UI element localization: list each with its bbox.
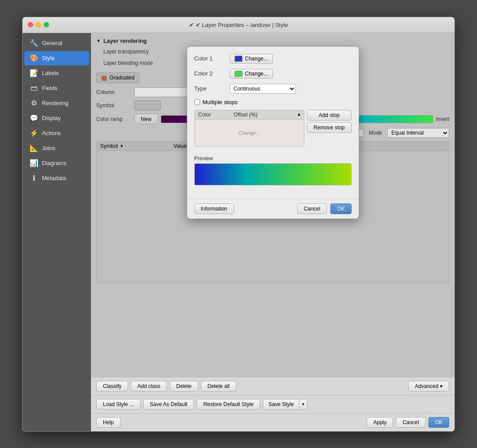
sidebar-item-actions[interactable]: ⚡ Actions — [24, 126, 89, 140]
title-icon: ✔ — [189, 22, 194, 28]
dialog-footer: Information Cancel OK — [187, 199, 359, 218]
joins-icon: 📐 — [30, 144, 38, 153]
cancel-button[interactable]: Cancel — [396, 417, 425, 428]
advanced-button[interactable]: Advanced ▾ — [408, 381, 449, 392]
sidebar-item-fields[interactable]: 🗃 Fields — [24, 81, 89, 95]
save-style-group: Save Style ▾ — [263, 399, 307, 410]
bottom-toolbar: Classify Add class Delete Delete all Adv… — [91, 377, 454, 395]
ok-bar: Help Apply Cancel OK — [91, 413, 454, 431]
color2-swatch — [235, 71, 242, 77]
stops-table-header: Color Offset (%) ▲ — [195, 110, 304, 120]
wrench-icon: 🔧 — [30, 39, 38, 48]
color-ramp-dialog: Color 1 Change... Color 2 — [187, 46, 359, 219]
right-panel: ▼ Layer rendering Layer transparency Lay… — [91, 33, 454, 431]
apply-button[interactable]: Apply — [367, 417, 393, 428]
add-class-button[interactable]: Add class — [131, 381, 167, 392]
sidebar-item-rendering[interactable]: ⚙ Rendering — [24, 96, 89, 110]
sidebar-item-metadata[interactable]: ℹ Metadata — [24, 171, 89, 185]
close-button[interactable] — [28, 22, 33, 27]
window-title: ✔ ✔ Layer Properties – landuse | Style — [189, 22, 288, 28]
color1-label: Color 1 — [194, 55, 225, 62]
color2-button[interactable]: Change... — [230, 69, 273, 79]
delete-button[interactable]: Delete — [170, 381, 198, 392]
main-content: 🔧 General 🎨 Style 📝 Labels 🗃 Fields ⚙ Re… — [23, 33, 454, 431]
style-bar: Load Style ... Save As Default Restore D… — [91, 395, 454, 413]
color2-label: Color 2 — [194, 70, 225, 77]
fields-icon: 🗃 — [30, 84, 38, 93]
stops-buttons: Add stop Remove stop — [307, 110, 352, 151]
dialog-body: Color 1 Change... Color 2 — [187, 47, 359, 199]
stops-area: Color Offset (%) ▲ Change... — [194, 110, 352, 151]
dialog-overlay: Color 1 Change... Color 2 — [91, 33, 454, 377]
help-button[interactable]: Help — [96, 417, 121, 428]
sidebar-item-diagrams[interactable]: 📊 Diagrams — [24, 156, 89, 170]
ok-button[interactable]: OK — [428, 417, 449, 428]
type-row: Type Continuous Discrete Random — [194, 84, 352, 94]
style-icon: 🎨 — [30, 54, 38, 63]
actions-icon: ⚡ — [30, 129, 38, 138]
dialog-ok-button[interactable]: OK — [330, 203, 351, 214]
sidebar-item-general[interactable]: 🔧 General — [24, 36, 89, 50]
diagrams-icon: 📊 — [30, 159, 38, 168]
color1-row: Color 1 Change... — [194, 54, 352, 64]
preview-gradient — [194, 163, 352, 185]
display-icon: 💬 — [30, 114, 38, 123]
multiple-stops-row: Multiple stops — [194, 99, 352, 105]
traffic-lights — [28, 22, 49, 27]
minimize-button[interactable] — [36, 22, 41, 27]
remove-stop-button[interactable]: Remove stop — [307, 122, 352, 133]
stops-table-container: Color Offset (%) ▲ Change... — [194, 110, 304, 147]
color2-row: Color 2 Change... — [194, 69, 352, 79]
panel-body: ▼ Layer rendering Layer transparency Lay… — [91, 33, 454, 377]
sidebar-item-display[interactable]: 💬 Display — [24, 111, 89, 125]
save-style-arrow-button[interactable]: ▾ — [299, 399, 307, 409]
classify-button[interactable]: Classify — [96, 381, 128, 392]
save-default-button[interactable]: Save As Default — [143, 399, 194, 410]
dialog-cancel-button[interactable]: Cancel — [297, 203, 327, 214]
type-select[interactable]: Continuous Discrete Random — [230, 84, 296, 94]
information-button[interactable]: Information — [194, 203, 234, 214]
load-style-button[interactable]: Load Style ... — [96, 399, 140, 410]
maximize-button[interactable] — [44, 22, 49, 27]
save-style-button[interactable]: Save Style — [263, 399, 299, 409]
add-stop-button[interactable]: Add stop — [307, 110, 352, 120]
titlebar: ✔ ✔ Layer Properties – landuse | Style — [23, 17, 454, 33]
metadata-icon: ℹ — [30, 174, 38, 183]
sidebar-item-joins[interactable]: 📐 Joins — [24, 141, 89, 155]
sidebar-item-labels[interactable]: 📝 Labels — [24, 66, 89, 80]
stops-body: Change... — [195, 120, 304, 146]
type-label: Type — [194, 85, 225, 92]
delete-all-button[interactable]: Delete all — [201, 381, 236, 392]
labels-icon: 📝 — [30, 69, 38, 78]
restore-style-button[interactable]: Restore Default Style — [197, 399, 260, 410]
rendering-icon: ⚙ — [30, 99, 38, 108]
preview-section: Preview — [194, 155, 352, 185]
sidebar-item-style[interactable]: 🎨 Style — [24, 51, 89, 65]
color1-swatch — [235, 56, 242, 62]
main-window: ✔ ✔ Layer Properties – landuse | Style 🔧… — [22, 17, 455, 432]
multiple-stops-checkbox[interactable] — [194, 99, 200, 105]
color1-button[interactable]: Change... — [230, 54, 273, 64]
sidebar: 🔧 General 🎨 Style 📝 Labels 🗃 Fields ⚙ Re… — [23, 33, 91, 431]
